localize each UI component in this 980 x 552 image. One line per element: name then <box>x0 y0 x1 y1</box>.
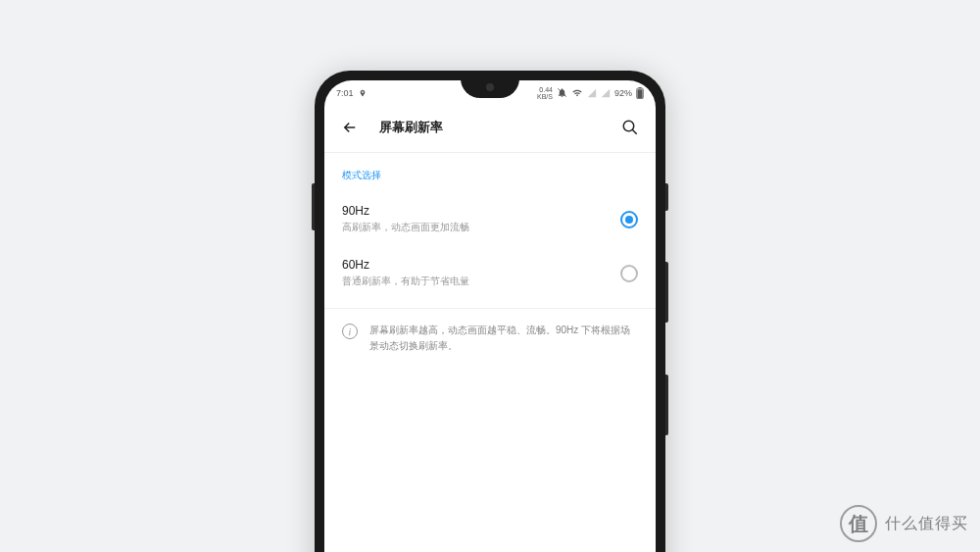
option-90hz[interactable]: 90Hz 高刷新率，动态画面更加流畅 <box>342 192 638 246</box>
app-bar: 屏幕刷新率 <box>324 102 656 153</box>
svg-rect-2 <box>639 87 642 88</box>
signal-icon <box>587 88 597 98</box>
svg-rect-3 <box>637 89 642 98</box>
info-icon: i <box>342 324 358 339</box>
data-rate: 0.44 KB/S <box>537 86 553 100</box>
back-button[interactable] <box>338 116 362 139</box>
option-subtitle: 普通刷新率，有助于节省电量 <box>342 275 611 288</box>
page-title: 屏幕刷新率 <box>379 119 601 136</box>
info-row: i 屏幕刷新率越高，动态画面越平稳、流畅。90Hz 下将根据场景动态切换刷新率。 <box>342 309 638 368</box>
battery-icon <box>636 87 644 99</box>
phone-side-button-right-3 <box>665 375 668 435</box>
phone-screen: 7:01 0.44 KB/S 92% 屏幕刷新率 <box>324 80 656 552</box>
settings-content: 模式选择 90Hz 高刷新率，动态画面更加流畅 60Hz 普通刷新率，有助于节省… <box>324 153 656 368</box>
option-title: 90Hz <box>342 204 611 218</box>
phone-frame: 7:01 0.44 KB/S 92% 屏幕刷新率 <box>315 71 665 552</box>
phone-side-button-left <box>312 183 315 230</box>
search-icon <box>621 119 639 136</box>
info-text: 屏幕刷新率越高，动态画面越平稳、流畅。90Hz 下将根据场景动态切换刷新率。 <box>369 323 638 354</box>
radio-selected-icon <box>620 211 638 228</box>
svg-point-4 <box>623 121 634 131</box>
section-label: 模式选择 <box>342 153 638 192</box>
dnd-icon <box>557 87 567 98</box>
radio-unselected-icon <box>620 265 638 282</box>
search-button[interactable] <box>618 116 642 139</box>
signal-icon-2 <box>601 88 611 98</box>
wifi-icon <box>571 88 583 98</box>
battery-percent: 92% <box>614 88 632 98</box>
option-title: 60Hz <box>342 258 611 272</box>
option-60hz[interactable]: 60Hz 普通刷新率，有助于节省电量 <box>342 246 638 300</box>
arrow-back-icon <box>341 119 359 136</box>
status-time: 7:01 <box>336 88 354 98</box>
watermark: 值 什么值得买 <box>840 505 968 542</box>
phone-side-button-right-2 <box>665 262 668 323</box>
option-subtitle: 高刷新率，动态画面更加流畅 <box>342 221 611 234</box>
phone-side-button-right-1 <box>665 183 668 211</box>
location-icon <box>359 89 367 97</box>
watermark-text: 什么值得买 <box>885 514 968 534</box>
watermark-badge: 值 <box>840 505 877 542</box>
